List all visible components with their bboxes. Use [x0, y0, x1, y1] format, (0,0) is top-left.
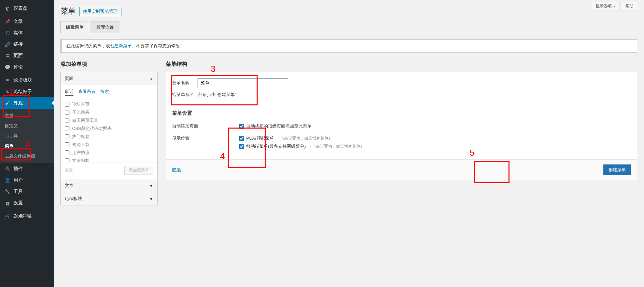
page-checkbox[interactable]: [65, 126, 69, 131]
pages-list[interactable]: 论坛首页 子比购买 傲天网页工具 CSS颜色代码对照表 热门标签 资源下载 用户…: [61, 99, 157, 162]
annotation-num-3: 3: [211, 64, 215, 74]
sidebar-item-links[interactable]: 🔗 链接: [0, 39, 54, 50]
location-mobile-current: （当前设置为：傲天博客菜单）: [308, 144, 364, 149]
sidebar-item-zibll-shop[interactable]: 🛒 Zibll商城: [0, 210, 54, 222]
sidebar-label: 评论: [13, 64, 23, 70]
auto-add-checkbox[interactable]: [239, 124, 244, 129]
sidebar-label: 插件: [13, 166, 23, 172]
posts-panel-header[interactable]: 文章 ▼: [60, 179, 158, 192]
page-checkbox[interactable]: [65, 150, 69, 155]
page-item[interactable]: 论坛首页: [65, 100, 153, 108]
forum-panel-header[interactable]: 论坛板块 ▼: [60, 192, 158, 205]
location-pc-option[interactable]: PC端顶部菜单 （当前设置为：傲天博客菜单）: [239, 135, 364, 141]
page-item[interactable]: 用户协议: [65, 149, 153, 157]
location-pc-text: PC端顶部菜单: [246, 135, 274, 141]
sidebar-item-forum-posts[interactable]: ✎ 论坛帖子: [0, 86, 54, 97]
sidebar-item-forum-blocks[interactable]: ≡ 论坛板块: [0, 75, 54, 86]
sidebar-item-tools[interactable]: 🔧 工具: [0, 186, 54, 197]
live-preview-button[interactable]: 使用实时预览管理: [79, 7, 121, 16]
location-mobile-checkbox[interactable]: [239, 144, 244, 149]
sidebar-item-posts[interactable]: 📌 文章: [0, 16, 54, 27]
sidebar-label: 用户: [13, 177, 23, 183]
sidebar-label: 仪表盘: [13, 5, 28, 11]
page-item[interactable]: CSS颜色代码对照表: [65, 125, 153, 133]
annotation-num-1: 1: [9, 87, 14, 97]
menu-name-label: 菜单名称: [172, 80, 192, 86]
auto-add-text: 自动将新的顶级页面添加至此菜单: [246, 123, 312, 129]
page-item[interactable]: 傲天网页工具: [65, 116, 153, 125]
add-to-menu-button[interactable]: 添加至菜单: [124, 166, 153, 175]
tab-edit-menu[interactable]: 编辑菜单: [60, 21, 89, 33]
select-all-link[interactable]: 全选: [65, 168, 73, 173]
page-checkbox[interactable]: [65, 118, 69, 123]
sidebar-item-settings[interactable]: ▦ 设置: [0, 197, 54, 209]
inner-tab-search[interactable]: 搜索: [100, 89, 109, 96]
auto-add-option[interactable]: 自动将新的顶级页面添加至此菜单: [239, 123, 312, 129]
menu-editor: 菜单名称 给菜单命名，然后点击"创建菜单"。 菜单设置 自动添加页面: [166, 72, 637, 180]
chevron-down-icon: ▼: [149, 183, 153, 188]
cancel-link[interactable]: 取消: [172, 167, 181, 173]
tab-manage-locations[interactable]: 管理位置: [91, 21, 119, 33]
sidebar-label: 媒体: [13, 30, 23, 36]
cart-icon: 🛒: [4, 213, 11, 219]
page-item[interactable]: 子比购买: [65, 108, 153, 116]
sub-item-theme-editor[interactable]: 主题文件编辑器: [0, 151, 54, 161]
sidebar-label: 工具: [13, 189, 23, 195]
page-checkbox[interactable]: [65, 158, 69, 162]
sidebar-item-comments[interactable]: 💬 评论: [0, 61, 54, 73]
sidebar-label: 论坛帖子: [13, 89, 32, 95]
inner-tab-viewall[interactable]: 查看所有: [78, 89, 96, 96]
tool-icon: 🔧: [4, 189, 11, 194]
chevron-up-icon: ▲: [150, 77, 153, 81]
page-item-label: 用户协议: [72, 150, 90, 156]
sidebar-label: 设置: [13, 200, 23, 206]
notice-text-after: 。不要忘了保存您的修改！: [132, 43, 184, 48]
sidebar-item-dashboard[interactable]: ◐ 仪表盘: [0, 3, 54, 14]
annotation-num-2: 2: [25, 138, 30, 148]
sidebar-item-users[interactable]: 👤 用户: [0, 175, 54, 186]
forum-icon: ≡: [4, 78, 11, 83]
page-item[interactable]: 文章归档: [65, 157, 153, 162]
auto-add-label: 自动添加页面: [172, 123, 239, 129]
menu-name-input[interactable]: [198, 78, 288, 88]
page-checkbox[interactable]: [65, 102, 69, 107]
location-mobile-option[interactable]: 移动端菜单(最多支持两级菜单) （当前设置为：傲天博客菜单）: [239, 143, 364, 149]
sidebar-item-plugins[interactable]: 🔌 插件: [0, 163, 54, 175]
page-checkbox[interactable]: [65, 142, 69, 147]
location-mobile-text: 移动端菜单(最多支持两级菜单): [246, 143, 306, 149]
pages-panel-title: 页面: [65, 76, 73, 82]
create-menu-button[interactable]: 创建菜单: [603, 164, 631, 175]
help-button[interactable]: 帮助: [622, 2, 637, 10]
page-item-label: 热门标签: [72, 134, 90, 140]
sidebar-label: 文章: [13, 18, 23, 25]
comment-icon: 💬: [4, 64, 11, 70]
create-new-menu-link[interactable]: 创建新菜单: [110, 43, 132, 48]
location-pc-checkbox[interactable]: [239, 136, 244, 141]
pages-panel-header[interactable]: 页面 ▲: [61, 72, 157, 85]
brush-icon: 🖌: [4, 100, 11, 106]
sidebar-label: 外观: [13, 100, 23, 106]
page-item[interactable]: 资源下载: [65, 141, 153, 149]
user-icon: 👤: [4, 178, 11, 183]
page-item-label: CSS颜色代码对照表: [72, 126, 112, 132]
screen-options-label: 显示选项: [596, 3, 612, 9]
display-location-label: 显示位置: [172, 135, 239, 141]
page-checkbox[interactable]: [65, 134, 69, 139]
page-item-label: 论坛首页: [72, 101, 90, 107]
inner-tab-recent[interactable]: 最近: [65, 89, 73, 96]
page-checkbox[interactable]: [65, 110, 69, 115]
forum-panel-title: 论坛板块: [65, 196, 82, 202]
annotation-num-5: 5: [470, 148, 474, 158]
page-item[interactable]: 热门标签: [65, 133, 153, 141]
annotation-num-4: 4: [220, 151, 225, 161]
add-menu-items-heading: 添加菜单项: [60, 61, 158, 68]
sidebar-item-pages[interactable]: ▤ 页面: [0, 50, 54, 61]
appearance-submenu: 主题 自定义 小工具 菜单 主题文件编辑器: [0, 109, 54, 163]
sidebar-item-media[interactable]: 🎵 媒体: [0, 27, 54, 39]
sidebar-item-appearance[interactable]: 🖌 外观: [0, 97, 54, 109]
page-item-label: 资源下载: [72, 142, 90, 148]
sub-item-customize[interactable]: 自定义: [0, 121, 54, 131]
plugin-icon: 🔌: [4, 166, 11, 172]
sub-item-themes[interactable]: 主题: [0, 111, 54, 121]
screen-options-button[interactable]: 显示选项 ▼: [592, 2, 620, 10]
